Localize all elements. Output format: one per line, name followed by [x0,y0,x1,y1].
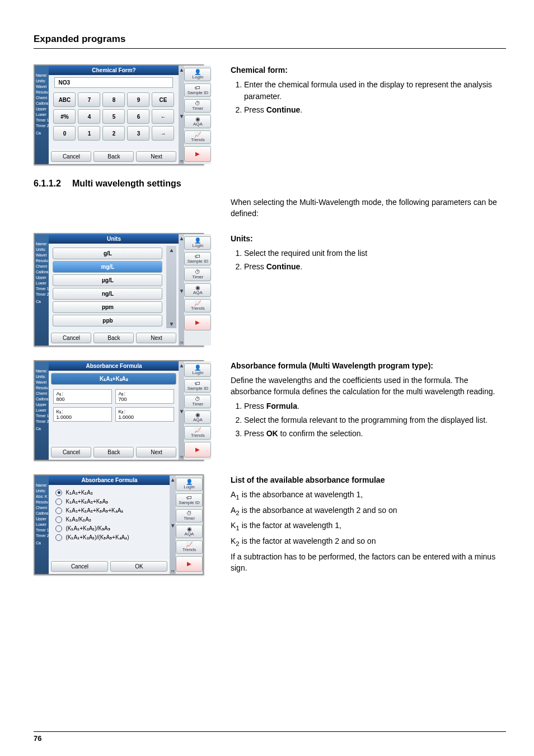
ok-button[interactable]: OK [110,561,167,572]
formula-option[interactable]: K₁A₁+K₂A₂+K₃A₃ [55,498,163,505]
side-trends[interactable]: 📈Trends [184,130,211,144]
thumb-stub: Name:Units: WavelResolu ChemiCalibra Upp… [35,66,49,164]
formula-line-k1: K1 is the factor at wavelength 1, [231,520,506,533]
key-9[interactable]: 9 [127,92,149,107]
key-2[interactable]: 2 [102,126,125,141]
unit-option[interactable]: ng/L [53,288,162,300]
chem-steps: Enter the chemical formula used in the d… [231,79,506,115]
back-button[interactable]: Back [93,447,134,458]
side-aqa[interactable]: ◉AQA [184,283,211,297]
side-flag-icon[interactable]: ▶ [184,442,211,458]
page-footer: 76 [34,731,506,743]
dialog-title: Chemical Form? [49,66,179,75]
side-timer[interactable]: ⏱Timer [184,395,211,408]
side-toolbar: 👤Login 🏷Sample ID ⏱Timer ◉AQA 📈Trends ▶ [184,66,211,164]
key-fwd[interactable]: → [152,126,174,141]
side-login[interactable]: 👤Login [176,478,203,491]
absf-heading: Absorbance formula (Multi Wavelength pro… [231,360,506,371]
side-sample[interactable]: 🏷Sample ID [184,252,211,265]
absf-steps: Press Formula. Select the formula releva… [231,400,506,439]
dialog-title: Absorbance Formula [49,361,179,371]
radio-off-icon [55,525,62,532]
thumb-abs-formula: Name:Units: WavelResolu ChemiCalibra Upp… [34,360,218,461]
side-timer[interactable]: ⏱Timer [176,509,203,522]
key-7[interactable]: 7 [78,92,100,107]
radio-off-icon [55,516,62,523]
section-title: Multi wavelength settings [72,179,181,189]
key-1[interactable]: 1 [78,126,100,141]
side-trends[interactable]: 📈Trends [184,299,211,312]
formula-button[interactable]: K₁A₁+K₂A₂ [51,373,176,385]
next-button[interactable]: Next [136,333,176,343]
side-timer[interactable]: ⏱Timer [184,99,211,113]
side-login[interactable]: 👤Login [184,236,211,250]
next-button[interactable]: Next [136,447,176,458]
formula-option[interactable]: (K₁A₁+K₂A₂)/(K₃A₃+K₄A₄) [55,534,163,541]
cancel-button[interactable]: Cancel [51,447,91,458]
formula-option[interactable]: K₁A₁/K₂A₂ [55,516,163,523]
key-6[interactable]: 6 [127,109,149,124]
cancel-button[interactable]: Cancel [51,561,108,572]
formula-line-a2: A2 is the absorbance at wavelength 2 and… [231,505,506,518]
side-trends[interactable]: 📈Trends [184,426,211,440]
absf-step-3: Press OK to confirm the selection. [244,428,506,439]
formula-line-a1: A1 is the absorbance at wavelength 1, [231,489,506,502]
side-sample[interactable]: 🏷Sample ID [184,83,211,97]
key-ce[interactable]: CE [152,92,174,107]
units-step-1: Select the required unit from the list [244,248,506,259]
formula-option[interactable]: K₁A₁+K₂A₂+K₃A₃+K₄A₄ [55,507,163,514]
back-button[interactable]: Back [93,151,134,162]
side-flag-icon[interactable]: ▶ [176,556,203,572]
back-button[interactable]: Back [93,333,134,343]
key-3[interactable]: 3 [127,126,149,141]
thumb-chemical-form: Name:Units: WavelResolu ChemiCalibra Upp… [34,64,218,165]
side-flag-icon[interactable]: ▶ [184,315,211,330]
side-login[interactable]: 👤Login [184,363,211,377]
key-sym[interactable]: #% [53,109,76,124]
unit-option-selected[interactable]: mg/L [53,261,162,273]
a1-cell[interactable]: A₁:800 [53,389,112,404]
side-sample[interactable]: 🏷Sample ID [184,379,211,393]
key-8[interactable]: 8 [102,92,125,107]
section-6112-heading: 6.1.1.2 Multi wavelength settings [34,179,506,189]
list-scroll[interactable]: ▲▼ [166,246,176,328]
unit-option[interactable]: ppb [53,315,162,326]
key-0[interactable]: 0 [53,126,76,141]
scroll-stub[interactable]: ▲▼re [179,66,184,164]
side-sample[interactable]: 🏷Sample ID [176,493,203,507]
section-number: 6.1.1.2 [34,179,61,189]
key-abc[interactable]: ABC [53,92,76,107]
unit-option[interactable]: µg/L [53,274,162,286]
side-flag-icon[interactable]: ▶ [184,146,211,162]
formula-option[interactable]: (K₁A₁+K₂A₂)/K₃A₃ [55,525,163,532]
side-aqa[interactable]: ◉AQA [184,410,211,424]
key-4[interactable]: 4 [78,109,100,124]
side-trends[interactable]: 📈Trends [176,540,203,554]
radio-on-icon [55,489,62,496]
row-units: Name:Units: WavelResolu ChemiCalibra Upp… [34,233,506,347]
next-button[interactable]: Next [136,151,176,162]
side-aqa[interactable]: ◉AQA [176,525,203,538]
unit-option[interactable]: g/L [53,248,162,259]
formula-option[interactable]: K₁A₁+K₂A₂ [55,489,163,496]
chem-form-input[interactable]: NO3 [54,77,173,88]
side-aqa[interactable]: ◉AQA [184,115,211,128]
units-steps: Select the required unit from the list P… [231,248,506,273]
key-back[interactable]: ← [152,109,174,124]
formula-line-k2: K2 is the factor at wavelength 2 and so … [231,535,506,549]
chem-step-1: Enter the chemical formula used in the d… [244,79,506,102]
side-login[interactable]: 👤Login [184,68,211,81]
cancel-button[interactable]: Cancel [51,333,91,343]
thumb-units: Name:Units: WavelResolu ChemiCalibra Upp… [34,233,218,347]
k1-cell[interactable]: K₁:1.0000 [53,407,112,422]
key-5[interactable]: 5 [102,109,125,124]
radio-off-icon [55,534,62,541]
a2-cell[interactable]: A₂:700 [115,389,174,404]
side-timer[interactable]: ⏱Timer [184,268,211,281]
absf-step-2: Select the formula relevant to the progr… [244,414,506,426]
unit-option[interactable]: ppm [53,301,162,313]
row-abs-formula: Name:Units: WavelResolu ChemiCalibra Upp… [34,360,506,461]
cancel-button[interactable]: Cancel [51,151,91,162]
k2-cell[interactable]: K₂:1.0000 [115,407,174,422]
unit-list: g/L mg/L µg/L ng/L ppm ppb [51,246,164,328]
